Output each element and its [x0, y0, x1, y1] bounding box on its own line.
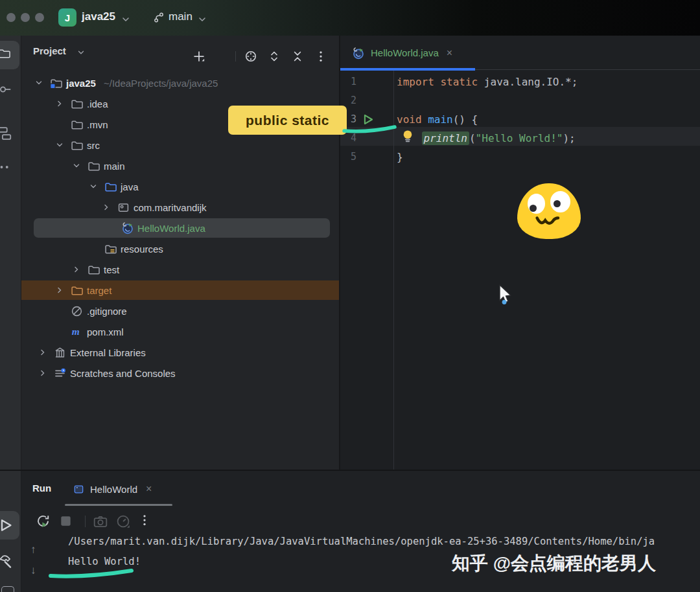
tree-row-java25[interactable]: java25~/IdeaProjects/java/java25 [21, 73, 339, 93]
toolbar-separator [85, 516, 86, 527]
tree-item-path-suffix: ~/IdeaProjects/java/java25 [104, 73, 218, 93]
tree-item-label: java [121, 176, 139, 197]
chevron-down-icon [121, 14, 131, 25]
tree-row-resources[interactable]: resources [21, 238, 339, 259]
chevron-right-icon[interactable] [54, 93, 65, 114]
code-line-5[interactable]: 5} [340, 148, 700, 166]
folder-blue-icon [104, 176, 117, 197]
project-switcher[interactable]: java25 [82, 10, 115, 23]
folder-icon [71, 93, 83, 114]
tree-row-external-libraries[interactable]: External Libraries [21, 342, 339, 363]
tree-item-label: main [104, 155, 125, 176]
tree-row--gitignore[interactable]: .gitignore [21, 301, 339, 321]
editor-tab-bar: HelloWorld.java × [340, 36, 700, 70]
tree-item-label: External Libraries [70, 342, 146, 363]
chevron-down-icon [197, 14, 207, 25]
chevron-right-icon[interactable] [101, 197, 111, 218]
project-avatar: J [58, 8, 76, 27]
run-tab-close-icon[interactable]: × [146, 483, 152, 495]
tree-row-pom-xml[interactable]: mpom.xml [21, 321, 339, 342]
emoji-left-eye [528, 194, 545, 214]
run-arrow-icon[interactable] [0, 518, 14, 533]
tab-helloworld-java[interactable]: HelloWorld.java × [340, 36, 475, 70]
stop-icon[interactable] [58, 514, 73, 528]
hammer-icon[interactable] [0, 554, 14, 569]
watermark: 知乎 @会点编程的老男人 [452, 551, 656, 576]
collapse-all-icon[interactable] [291, 50, 304, 63]
tree-item-label: test [104, 259, 119, 280]
teal-underline-annotation [342, 124, 397, 135]
more-dots-icon[interactable] [0, 160, 14, 176]
chevron-right-icon[interactable] [71, 259, 82, 280]
window-minimize-button[interactable] [21, 13, 30, 22]
structure-icon[interactable] [0, 126, 14, 142]
tree-row-test[interactable]: test [21, 259, 339, 280]
tree-row-java[interactable]: java [21, 176, 339, 197]
run-tab-helloworld[interactable]: HelloWorld × [73, 477, 152, 501]
code-line-2[interactable]: 2 [340, 91, 700, 110]
ignored-icon [71, 301, 83, 321]
tree-item-label: .mvn [87, 114, 108, 135]
chevron-right-icon[interactable] [54, 280, 65, 301]
tree-row-target[interactable]: target [21, 280, 339, 301]
package-icon [117, 197, 130, 218]
run-tab-indicator [65, 504, 172, 506]
tree-item-label: resources [121, 238, 163, 259]
locate-icon[interactable] [244, 50, 257, 63]
tree-item-label: java25 [66, 73, 96, 93]
run-tab-label: HelloWorld [90, 484, 137, 495]
folder-resources-icon [104, 238, 117, 259]
expand-all-icon[interactable] [268, 50, 281, 63]
tree-row-main[interactable]: main [21, 155, 339, 176]
scratches-icon [54, 363, 66, 383]
project-panel: Project java25~/IdeaProjects/java/java25… [21, 36, 339, 470]
window-zoom-button[interactable] [35, 13, 44, 22]
tree-row-src[interactable]: src [21, 135, 339, 155]
scroll-down-arrow-icon[interactable]: ↓ [30, 564, 36, 577]
ext-lib-icon [54, 342, 66, 363]
chevron-down-icon[interactable] [71, 155, 82, 176]
window-close-button[interactable] [6, 13, 16, 22]
project-folder-icon[interactable] [0, 47, 14, 63]
emoji-right-eye [550, 191, 570, 212]
scroll-up-arrow-icon[interactable]: ↑ [30, 543, 36, 556]
tree-row-helloworld-java[interactable]: HelloWorld.java [21, 218, 339, 238]
tree-row-com-maritvandijk[interactable]: com.maritvandijk [21, 197, 339, 218]
more-vert-icon[interactable] [314, 50, 327, 63]
chevron-down-icon[interactable] [88, 176, 99, 197]
code-text: void main() { [397, 110, 478, 129]
chevron-right-icon[interactable] [38, 342, 48, 363]
branch-switcher[interactable]: main [169, 10, 192, 23]
folder-icon [71, 135, 83, 155]
chevron-down-icon[interactable] [54, 135, 65, 155]
more-vert-icon[interactable] [138, 514, 152, 528]
code-text: } [397, 148, 403, 166]
folder-icon [71, 114, 83, 135]
tree-item-label: .gitignore [87, 301, 127, 321]
tree-row-scratches-and-consoles[interactable]: Scratches and Consoles [21, 363, 339, 383]
chevron-down-icon[interactable] [34, 73, 44, 93]
toolwindow-stripe [0, 36, 21, 592]
folder-icon [88, 155, 100, 176]
add-icon[interactable] [192, 50, 205, 63]
tree-item-label: .idea [87, 93, 108, 114]
java-class-icon [352, 47, 365, 60]
chevron-right-icon[interactable] [38, 363, 48, 383]
partial-stripe-icon[interactable] [1, 586, 14, 592]
editor-area: HelloWorld.java × 1import static java.la… [340, 36, 700, 470]
gauge-icon[interactable] [115, 514, 130, 528]
line-number: 1 [340, 73, 356, 91]
intention-bulb-icon[interactable] [401, 128, 415, 144]
rerun-icon[interactable] [36, 514, 50, 528]
code-line-1[interactable]: 1import static java.lang.IO.*; [340, 73, 700, 91]
code-text: println("Hello World!"); [397, 129, 576, 148]
project-panel-title[interactable]: Project [33, 45, 66, 56]
sticky-note-annotation: public static [228, 106, 347, 135]
git-branch-icon [153, 12, 165, 26]
mouse-cursor [496, 284, 515, 310]
code-text: import static java.lang.IO.*; [397, 73, 578, 91]
title-bar: J java25 main [0, 0, 700, 36]
commit-icon[interactable] [0, 82, 14, 98]
tab-close-icon[interactable]: × [447, 47, 452, 59]
camera-icon[interactable] [93, 514, 107, 528]
